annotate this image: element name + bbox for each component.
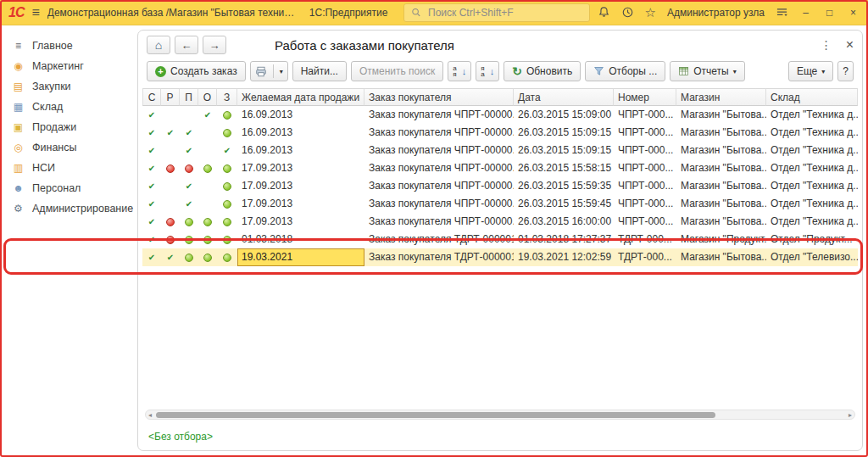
order-list-form: ⌂ ← → Работа с заказами покупателя ⋮ × +… xyxy=(137,30,863,451)
home-button[interactable]: ⌂ xyxy=(147,36,170,54)
column-header-z[interactable]: З xyxy=(217,88,237,106)
table-row[interactable]: ✔✔✔16.09.2013Заказ покупателя ЧПРТ-00000… xyxy=(142,142,858,159)
scrollbar-thumb[interactable] xyxy=(156,412,715,418)
sidebar-item-purchases[interactable]: ▤Закупки xyxy=(0,76,136,97)
cell-number: ЧПРТ-000... xyxy=(614,177,676,195)
help-button[interactable]: ? xyxy=(837,61,854,81)
cell-wanted-date: 16.09.2013 xyxy=(237,124,364,142)
column-header-order[interactable]: Заказ покупателя xyxy=(364,88,514,106)
find-button[interactable]: Найти... xyxy=(292,61,347,81)
column-header-p[interactable]: П xyxy=(180,88,198,106)
print-button[interactable]: ▾ xyxy=(250,61,288,81)
search-input[interactable] xyxy=(426,6,582,20)
more-commands-icon[interactable]: ⋮ xyxy=(821,38,832,52)
status-green-icon xyxy=(203,164,212,173)
scroll-left-icon[interactable]: ◂ xyxy=(146,411,154,419)
sidebar-item-administration[interactable]: ⚙Администрирование xyxy=(0,198,136,219)
sidebar-item-personnel[interactable]: ☻Персонал xyxy=(0,178,136,198)
flag-cell: ✔ xyxy=(142,142,161,159)
scroll-right-icon[interactable]: ▸ xyxy=(846,411,854,419)
sort-descending-button[interactable]: яа↓ xyxy=(476,61,499,81)
cell-number: ЧПРТ-000... xyxy=(614,124,676,142)
cell-store: Магазин "Продукт... xyxy=(676,231,766,248)
back-button[interactable]: ← xyxy=(175,36,198,54)
table-row[interactable]: ✔✔17.09.2013Заказ покупателя ЧПРТ-00000.… xyxy=(142,195,858,213)
column-header-number[interactable]: Номер xyxy=(614,88,676,106)
table-row[interactable]: ✔✔✔16.09.2013Заказ покупателя ЧПРТ-00000… xyxy=(142,124,858,142)
flag-cell xyxy=(198,159,217,177)
column-header-r[interactable]: Р xyxy=(161,88,180,106)
column-header-s[interactable]: С xyxy=(142,88,161,106)
check-icon: ✔ xyxy=(186,182,192,191)
printer-icon xyxy=(255,66,267,77)
flag-cell: ✔ xyxy=(142,231,161,248)
table-row[interactable]: ✔✔19.03.2021Заказ покупателя ТДРТ-000001… xyxy=(142,248,858,266)
filter-status[interactable]: <Без отбора> xyxy=(148,431,213,443)
close-button[interactable]: × xyxy=(847,7,860,19)
table-row[interactable]: ✔01.03.2018Заказ покупателя ТДРТ-000001.… xyxy=(142,231,858,248)
cell-warehouse: Отдел "Техника д... xyxy=(766,195,858,213)
cell-number: ЧПРТ-000... xyxy=(614,106,676,124)
current-user[interactable]: Администратор узла xyxy=(667,7,765,19)
flag-cell: ✔ xyxy=(142,195,161,213)
sidebar-item-finance[interactable]: ◎Финансы xyxy=(0,137,136,158)
chevron-down-icon: ▾ xyxy=(280,68,283,75)
tools-settings-icon[interactable] xyxy=(776,7,788,18)
form-close-button[interactable]: × xyxy=(846,38,854,52)
column-header-o[interactable]: О xyxy=(198,88,217,106)
main-menu-icon[interactable]: ≡ xyxy=(31,5,39,20)
coin-icon: ◎ xyxy=(12,142,25,153)
more-button[interactable]: Еще ▾ xyxy=(788,61,833,81)
reports-button[interactable]: Отчеты ▾ xyxy=(670,61,745,81)
sidebar-item-marketing[interactable]: ◉Маркетинг xyxy=(0,56,136,76)
status-green-icon xyxy=(185,254,193,262)
sort-asc-icon: ая xyxy=(453,65,456,77)
1c-logo: 1С xyxy=(8,5,24,20)
sidebar-item-warehouse[interactable]: ▦Склад xyxy=(0,97,136,117)
refresh-button[interactable]: ↻ Обновить xyxy=(504,61,581,81)
sidebar-item-sales[interactable]: ▣Продажи xyxy=(0,117,136,137)
flag-cell xyxy=(217,177,237,195)
flag-cell xyxy=(161,106,180,124)
flag-cell xyxy=(217,124,237,142)
table-row[interactable]: ✔✔16.09.2013Заказ покупателя ЧПРТ-00000.… xyxy=(142,106,858,124)
cell-warehouse: Отдел "Техника д... xyxy=(766,159,858,177)
sidebar-item-nsi[interactable]: ▥НСИ xyxy=(0,158,136,178)
cell-order: Заказ покупателя ТДРТ-000001... xyxy=(364,248,514,266)
column-header-store[interactable]: Магазин xyxy=(676,88,766,106)
sidebar-item-label: Маркетинг xyxy=(32,60,84,72)
flag-cell xyxy=(161,231,180,248)
sidebar-item-label: Главное xyxy=(32,40,73,52)
book-icon: ▥ xyxy=(12,162,25,174)
minimize-button[interactable]: – xyxy=(799,7,812,19)
column-header-wanted[interactable]: Желаемая дата продажи xyxy=(237,88,364,106)
cell-warehouse: Отдел "Продукт... xyxy=(766,231,858,248)
sort-ascending-button[interactable]: ая↓ xyxy=(448,61,471,81)
flag-cell xyxy=(217,231,237,248)
sidebar-item-main[interactable]: ≡Главное xyxy=(0,36,136,56)
table-row[interactable]: ✔✔17.09.2013Заказ покупателя ЧПРТ-00000.… xyxy=(142,177,858,195)
forward-button[interactable]: → xyxy=(203,36,226,54)
flag-cell xyxy=(198,231,217,248)
wanted-date-editor[interactable]: 19.03.2021 xyxy=(237,248,364,266)
global-search[interactable] xyxy=(403,3,589,22)
column-header-date[interactable]: Дата xyxy=(514,88,614,106)
check-icon: ✔ xyxy=(186,147,192,155)
table-row[interactable]: ✔17.09.2013Заказ покупателя ЧПРТ-00000..… xyxy=(142,159,858,177)
flag-cell xyxy=(180,231,198,248)
filters-button[interactable]: Отборы ... xyxy=(585,61,665,81)
cell-wanted-date: 16.09.2013 xyxy=(237,106,364,124)
history-clock-icon[interactable] xyxy=(621,6,634,19)
create-order-button[interactable]: + Создать заказ xyxy=(147,61,246,81)
status-red-icon xyxy=(166,164,175,173)
flag-cell: ✔ xyxy=(217,142,237,159)
cell-wanted-date: 17.09.2013 xyxy=(237,159,364,177)
cancel-search-button[interactable]: Отменить поиск xyxy=(351,61,443,81)
flag-cell xyxy=(217,248,237,266)
table-row[interactable]: ✔17.09.2013Заказ покупателя ЧПРТ-00000..… xyxy=(142,213,858,231)
maximize-button[interactable]: □ xyxy=(823,7,836,19)
notifications-bell-icon[interactable] xyxy=(598,6,610,19)
column-header-warehouse[interactable]: Склад xyxy=(766,88,858,106)
favorites-star-icon[interactable]: ☆ xyxy=(645,6,656,19)
horizontal-scrollbar[interactable]: ◂ ▸ xyxy=(145,410,855,420)
